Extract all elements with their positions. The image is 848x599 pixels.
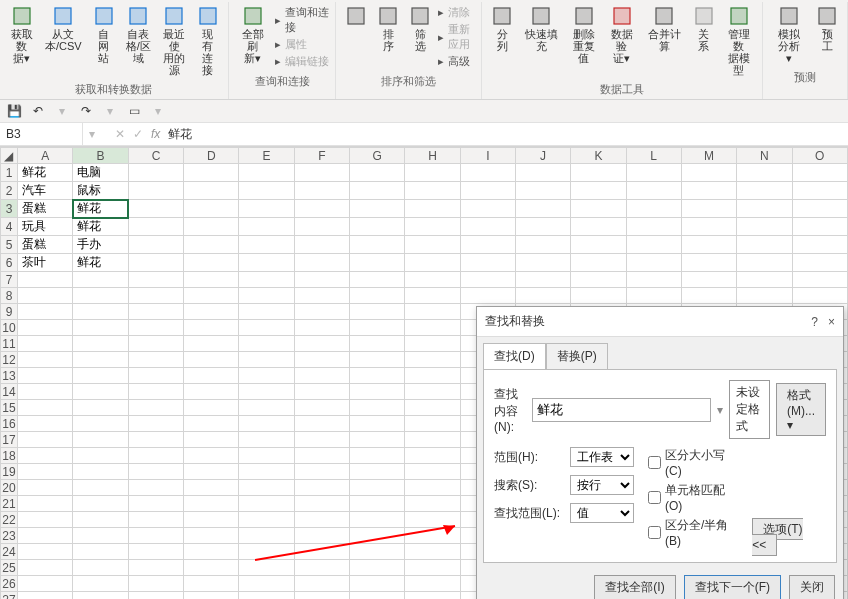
row-header[interactable]: 27 (1, 592, 18, 600)
redo-icon[interactable]: ↷ (78, 103, 94, 119)
cell[interactable]: 汽车 (17, 182, 72, 200)
cell[interactable] (792, 182, 847, 200)
cell[interactable] (128, 218, 183, 236)
cell[interactable] (73, 528, 128, 544)
cell[interactable] (792, 200, 847, 218)
cell[interactable] (73, 272, 128, 288)
cell[interactable] (17, 544, 72, 560)
cell[interactable] (239, 528, 294, 544)
column-header[interactable]: H (405, 148, 460, 164)
cell[interactable] (792, 272, 847, 288)
cell[interactable] (184, 512, 239, 528)
cell[interactable] (128, 512, 183, 528)
cell[interactable] (405, 512, 460, 528)
cell[interactable] (239, 480, 294, 496)
cell[interactable]: 鲜花 (73, 254, 128, 272)
cell[interactable] (17, 576, 72, 592)
row-header[interactable]: 11 (1, 336, 18, 352)
row-header[interactable]: 5 (1, 236, 18, 254)
dialog-tab[interactable]: 替换(P) (546, 343, 608, 369)
cell[interactable] (405, 164, 460, 182)
cell[interactable] (294, 288, 349, 304)
cell[interactable] (184, 400, 239, 416)
ribbon-button[interactable]: 排序 (374, 4, 402, 54)
row-header[interactable]: 6 (1, 254, 18, 272)
cell[interactable] (73, 592, 128, 600)
cell[interactable] (405, 432, 460, 448)
cell[interactable] (239, 544, 294, 560)
ribbon-button[interactable]: 关系 (690, 4, 718, 54)
cell[interactable] (184, 218, 239, 236)
cell[interactable] (405, 288, 460, 304)
cell[interactable] (350, 218, 405, 236)
cell[interactable] (294, 400, 349, 416)
cell[interactable] (128, 464, 183, 480)
row-header[interactable]: 19 (1, 464, 18, 480)
cell[interactable] (294, 304, 349, 320)
column-header[interactable]: I (460, 148, 515, 164)
cell[interactable] (239, 464, 294, 480)
cell[interactable] (405, 576, 460, 592)
cell[interactable] (294, 236, 349, 254)
cell[interactable] (515, 236, 570, 254)
cell[interactable] (73, 368, 128, 384)
row-header[interactable]: 12 (1, 352, 18, 368)
cell[interactable] (294, 200, 349, 218)
cell[interactable] (294, 368, 349, 384)
column-header[interactable]: A (17, 148, 72, 164)
cell[interactable] (17, 336, 72, 352)
cell[interactable] (184, 236, 239, 254)
column-header[interactable]: K (571, 148, 626, 164)
cell[interactable] (73, 544, 128, 560)
column-header[interactable]: C (128, 148, 183, 164)
cell[interactable] (626, 182, 681, 200)
close-icon[interactable]: × (828, 315, 835, 329)
cell[interactable] (128, 480, 183, 496)
cell[interactable] (294, 528, 349, 544)
cell[interactable] (350, 480, 405, 496)
cell[interactable] (350, 592, 405, 600)
cell[interactable] (184, 544, 239, 560)
ribbon-button[interactable]: 管理数 据模型 (722, 4, 756, 78)
ribbon-button[interactable]: 自表 格/区域 (122, 4, 155, 66)
cell[interactable] (73, 416, 128, 432)
column-header[interactable]: F (294, 148, 349, 164)
cell[interactable] (239, 288, 294, 304)
cell[interactable] (681, 254, 736, 272)
cell[interactable] (128, 164, 183, 182)
cell[interactable] (239, 384, 294, 400)
cell[interactable] (17, 320, 72, 336)
cell[interactable] (460, 200, 515, 218)
cell[interactable] (681, 218, 736, 236)
cell[interactable] (571, 254, 626, 272)
find-next-button[interactable]: 查找下一个(F) (684, 575, 781, 599)
cell[interactable] (405, 254, 460, 272)
cell[interactable] (128, 320, 183, 336)
cell[interactable] (350, 304, 405, 320)
cell[interactable] (515, 182, 570, 200)
cell[interactable] (184, 304, 239, 320)
cell[interactable] (128, 254, 183, 272)
cell[interactable] (571, 272, 626, 288)
cell[interactable] (405, 496, 460, 512)
cell[interactable] (294, 182, 349, 200)
row-header[interactable]: 10 (1, 320, 18, 336)
cell[interactable] (17, 400, 72, 416)
scope-select[interactable]: 工作表 (570, 447, 634, 467)
cell[interactable] (184, 254, 239, 272)
cell[interactable] (737, 182, 792, 200)
cell[interactable] (350, 320, 405, 336)
cell[interactable] (626, 236, 681, 254)
cell[interactable] (350, 200, 405, 218)
column-header[interactable]: J (515, 148, 570, 164)
cell[interactable] (184, 480, 239, 496)
cell[interactable] (294, 336, 349, 352)
cell[interactable] (128, 384, 183, 400)
ribbon-button[interactable]: 自网 站 (90, 4, 118, 66)
cell[interactable] (626, 272, 681, 288)
row-header[interactable]: 23 (1, 528, 18, 544)
cell[interactable] (792, 254, 847, 272)
cell[interactable] (184, 448, 239, 464)
cell[interactable] (405, 182, 460, 200)
cell[interactable] (239, 416, 294, 432)
